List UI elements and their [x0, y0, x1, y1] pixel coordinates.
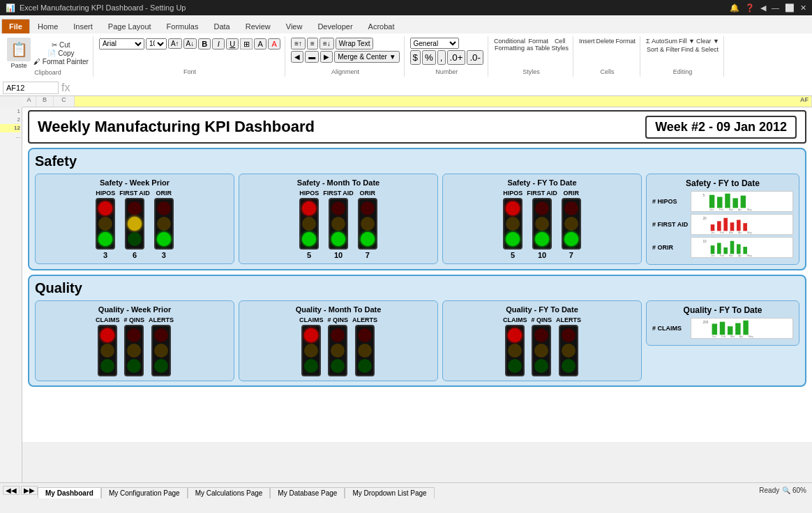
dec-increase-button[interactable]: .0+	[447, 50, 466, 65]
sheet-tab-config[interactable]: My Configuration Page	[101, 487, 188, 498]
qual-wp-claims-label: CLAIMS	[96, 316, 120, 323]
delete-button[interactable]: Delete	[596, 38, 614, 45]
font-select[interactable]: Arial	[99, 38, 144, 49]
format-painter-button[interactable]: 🖌 Format Painter	[33, 58, 89, 66]
safety-m-orir-col: ORIR 7	[358, 190, 377, 259]
safety-m-hipos-label: HIPOS	[299, 190, 319, 197]
quality-title: Quality	[35, 280, 799, 296]
dec-decrease-button[interactable]: .0-	[467, 50, 483, 65]
safety-month-group: Safety - Month To Date HIPOS 5	[239, 174, 438, 264]
svg-text:Mar: Mar	[729, 231, 734, 234]
safety-fy-orir-val: 7	[569, 251, 573, 259]
fill-color-button[interactable]: A	[254, 38, 266, 49]
svg-rect-13	[717, 221, 721, 231]
sheet-tab-dashboard[interactable]: My Dashboard	[38, 487, 101, 498]
fontsize-select[interactable]: 10	[146, 38, 167, 49]
format-as-table-button[interactable]: Formatas Table	[527, 38, 550, 52]
italic-button[interactable]: I	[212, 38, 225, 49]
svg-text:May: May	[749, 335, 753, 338]
sheet-nav-left[interactable]: ◀◀	[3, 486, 20, 495]
tl-dy-f2	[535, 217, 549, 231]
tab-home[interactable]: Home	[30, 19, 66, 33]
font-shrink-button[interactable]: A↓	[183, 38, 197, 49]
svg-rect-24	[711, 245, 715, 254]
tab-view[interactable]: View	[278, 19, 310, 33]
orir-mini-chart: 10 Jan Feb Mar	[691, 237, 793, 258]
fill-button[interactable]: Fill ▼	[679, 38, 695, 45]
tl-g-f3	[564, 232, 578, 246]
tab-insert[interactable]: Insert	[66, 19, 100, 33]
svg-text:10: 10	[703, 240, 707, 243]
safety-m-fa-label: FIRST AID	[323, 190, 354, 197]
tab-formulas[interactable]: Formulas	[159, 19, 206, 33]
safety-week-prior-title: Safety - Week Prior	[41, 178, 228, 187]
safety-chart-group: Safety - FY to Date # HIPOS 5	[646, 174, 799, 265]
tab-pagelayout[interactable]: Page Layout	[100, 19, 159, 33]
align-right-button[interactable]: ▶	[320, 51, 333, 63]
tab-developer[interactable]: Developer	[310, 19, 360, 33]
number-format-select[interactable]: General	[410, 38, 459, 49]
tab-acrobat[interactable]: Acrobat	[361, 19, 403, 33]
align-bot-button[interactable]: ≡↓	[319, 38, 334, 49]
font-color-button[interactable]: A	[268, 38, 280, 49]
align-left-button[interactable]: ◀	[291, 51, 303, 63]
svg-text:May: May	[747, 208, 752, 211]
styles-group: ConditionalFormatting Formatas Table Cel…	[490, 36, 573, 77]
tl-dg-qm1	[304, 359, 318, 373]
tl-dy-f1	[506, 217, 520, 231]
comma-button[interactable]: ,	[437, 50, 446, 65]
qual-wp-qins-col: # QINS	[123, 316, 144, 376]
currency-button[interactable]: $	[410, 50, 421, 65]
svg-text:May: May	[747, 231, 752, 234]
align-mid-button[interactable]: ≡	[307, 38, 318, 49]
autosum-button[interactable]: Σ AutoSum	[646, 38, 677, 45]
safety-fy-fa-light	[532, 198, 552, 250]
underline-button[interactable]: U	[226, 38, 239, 49]
tl-r-qf1	[508, 328, 522, 342]
align-center-button[interactable]: ▬	[305, 51, 319, 63]
sort-filter-button[interactable]: Sort & Filter	[647, 46, 680, 53]
sheet-tab-calc[interactable]: My Calculations Page	[188, 487, 271, 498]
svg-rect-17	[743, 223, 747, 231]
cell-styles-button[interactable]: CellStyles	[551, 38, 569, 52]
safety-fy-orir-col: ORIR 7	[562, 190, 581, 259]
window-title: Excel Manufacturing KPI Dashboard - Sett…	[20, 3, 186, 12]
formula-input[interactable]	[73, 84, 809, 92]
safety-fy-fa-col: FIRST AID 10	[527, 190, 557, 259]
tab-review[interactable]: Review	[238, 19, 278, 33]
find-select-button[interactable]: Find & Select	[681, 46, 719, 53]
bold-button[interactable]: B	[198, 38, 211, 49]
tab-data[interactable]: Data	[206, 19, 237, 33]
font-grow-button[interactable]: A↑	[168, 38, 182, 49]
svg-text:Feb: Feb	[721, 335, 725, 338]
sheet-nav-right[interactable]: ▶▶	[21, 486, 38, 495]
clear-button[interactable]: Clear ▼	[696, 38, 719, 45]
tl-r-f1	[506, 201, 520, 215]
dashboard-header: Weekly Manufacturing KPI Dashboard Week …	[28, 110, 806, 144]
format-button[interactable]: Format	[615, 38, 636, 45]
name-box[interactable]: AF12	[3, 82, 59, 94]
tl-dg-qwp1	[100, 359, 114, 373]
quality-section: Quality Quality - Week Prior CLAIMS	[28, 275, 806, 387]
cut-button[interactable]: ✂ Cut	[33, 41, 89, 49]
safety-orir-chart-row: # ORIR 10	[652, 237, 793, 258]
wrap-text-button[interactable]: Wrap Text	[336, 38, 374, 49]
tl-dg-qf2	[534, 359, 548, 373]
bottom-bar: ◀◀ ▶▶ My Dashboard My Configuration Page…	[0, 482, 812, 498]
tab-file[interactable]: File	[1, 19, 30, 33]
paste-button[interactable]: 📋 Paste	[7, 38, 31, 69]
percent-button[interactable]: %	[422, 50, 436, 65]
qual-wp-alerts-light	[151, 325, 171, 376]
quality-month-title: Quality - Month To Date	[245, 305, 432, 314]
merge-center-button[interactable]: Merge & Center ▼	[334, 51, 399, 63]
align-top-button[interactable]: ≡↑	[291, 38, 306, 49]
border-button[interactable]: ⊞	[240, 38, 253, 49]
sheet-tab-db[interactable]: My Database Page	[270, 487, 345, 498]
safety-m-fa-col: FIRST AID 10	[323, 190, 354, 259]
dashboard-title: Weekly Manufacturing KPI Dashboard	[38, 118, 645, 136]
copy-button[interactable]: 📄 Copy	[33, 49, 89, 57]
insert-button[interactable]: Insert	[579, 38, 595, 45]
conditional-formatting-button[interactable]: ConditionalFormatting	[494, 38, 525, 52]
editing-group: Σ AutoSum Fill ▼ Clear ▼ Sort & Filter F…	[642, 36, 724, 77]
sheet-tab-dropdown[interactable]: My Dropdown List Page	[345, 487, 434, 498]
